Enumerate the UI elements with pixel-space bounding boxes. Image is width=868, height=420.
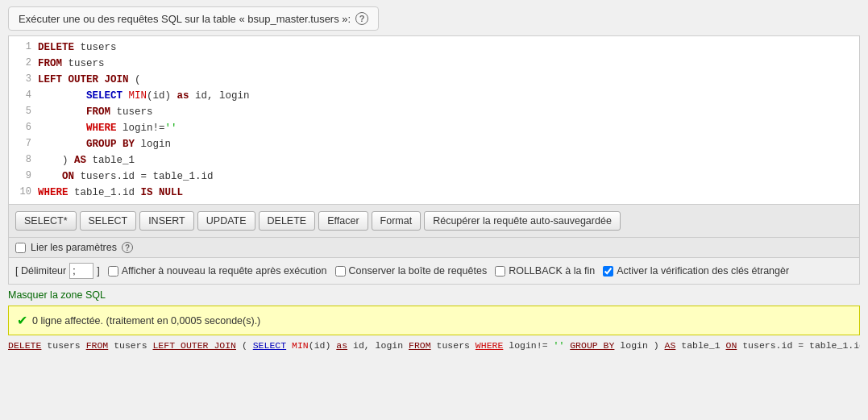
code-line-5: 5 FROM tusers	[9, 104, 859, 120]
sql-summary: DELETE tusers FROM tusers LEFT OUTER JOI…	[8, 339, 860, 352]
code-line-7: 7 GROUP BY login	[9, 136, 859, 152]
code-line-4: 4 SELECT MIN(id) as id, login	[9, 88, 859, 104]
activer-checkbox[interactable]	[603, 266, 613, 277]
select-star-button[interactable]: SELECT*	[15, 211, 77, 231]
insert-button[interactable]: INSERT	[139, 211, 194, 231]
conserver-label[interactable]: Conserver la boîte de requêtes	[349, 265, 488, 277]
code-line-9: 9 ON tusers.id = table_1.id	[9, 168, 859, 185]
header-title: Exécuter une ou des requêtes SQL sur la …	[19, 13, 351, 25]
code-line-3: 3 LEFT OUTER JOIN (	[9, 72, 859, 88]
recuperer-button[interactable]: Récupérer la requête auto-sauvegardée	[424, 211, 621, 231]
options-bar: [ Délimiteur ] Afficher à nouveau la req…	[8, 258, 860, 285]
rollback-label[interactable]: ROLLBACK à la fin	[509, 265, 595, 277]
success-message: 0 ligne affectée. (traitement en 0,0005 …	[32, 315, 260, 326]
activer-group: Activer la vérification des clés étrangè…	[603, 265, 789, 277]
select-button[interactable]: SELECT	[80, 211, 137, 231]
code-line-2: 2 FROM tusers	[9, 56, 859, 72]
code-line-10: 10 WHERE table_1.id IS NULL	[9, 185, 859, 201]
success-bar: ✔ 0 ligne affectée. (traitement en 0,000…	[8, 306, 860, 335]
bind-params-label[interactable]: Lier les paramètres	[31, 242, 117, 253]
update-button[interactable]: UPDATE	[197, 211, 255, 231]
format-button[interactable]: Format	[372, 211, 422, 231]
delimiter-prefix: [ Délimiteur	[15, 265, 66, 277]
afficher-label[interactable]: Afficher à nouveau la requête après exéc…	[122, 265, 327, 277]
rollback-checkbox[interactable]	[495, 266, 505, 277]
hide-sql-link[interactable]: Masquer la zone SQL	[8, 289, 860, 301]
btn-toolbar: SELECT* SELECT INSERT UPDATE DELETE Effa…	[8, 205, 860, 238]
code-line-8: 8 ) AS table_1	[9, 152, 859, 168]
success-icon: ✔	[17, 313, 27, 328]
bind-params-row: Lier les paramètres ?	[8, 238, 860, 258]
bind-params-checkbox[interactable]	[15, 243, 26, 253]
header-help-icon[interactable]: ?	[355, 12, 368, 25]
bind-params-help-icon[interactable]: ?	[122, 242, 133, 253]
rollback-group: ROLLBACK à la fin	[495, 265, 595, 277]
delete-button[interactable]: DELETE	[259, 211, 316, 231]
delimiter-suffix: ]	[97, 265, 99, 277]
code-editor[interactable]: 1 DELETE tusers 2 FROM tusers 3 LEFT OUT…	[8, 35, 860, 205]
page-wrapper: Exécuter une ou des requêtes SQL sur la …	[0, 0, 868, 420]
effacer-button[interactable]: Effacer	[318, 211, 368, 231]
code-line-1: 1 DELETE tusers	[9, 40, 859, 56]
afficher-group: Afficher à nouveau la requête après exéc…	[108, 265, 327, 277]
activer-label[interactable]: Activer la vérification des clés étrangè…	[617, 265, 789, 277]
delimiter-input[interactable]	[69, 263, 93, 279]
conserver-group: Conserver la boîte de requêtes	[335, 265, 488, 277]
delimiter-group: [ Délimiteur ]	[15, 263, 100, 279]
header-bar: Exécuter une ou des requêtes SQL sur la …	[8, 6, 379, 31]
conserver-checkbox[interactable]	[335, 266, 346, 277]
afficher-checkbox[interactable]	[108, 266, 118, 277]
code-line-6: 6 WHERE login!=''	[9, 120, 859, 136]
